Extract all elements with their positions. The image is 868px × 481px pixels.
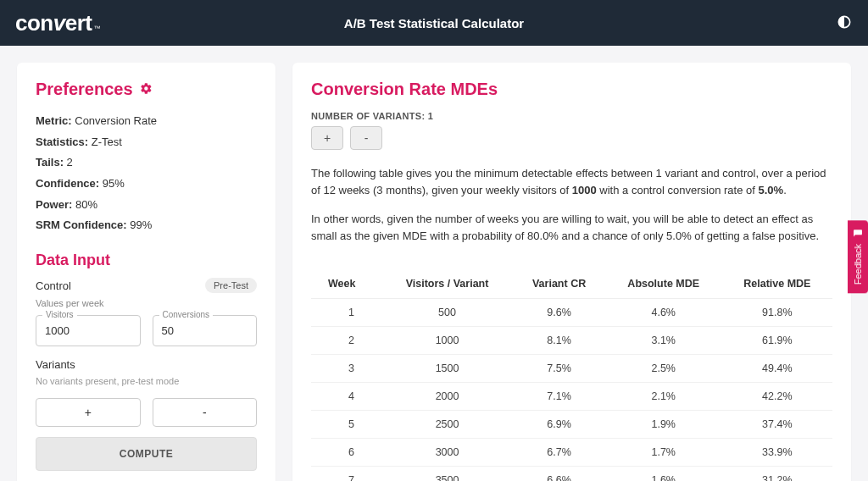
- variants-label: Variants: [36, 358, 257, 371]
- preferences-item: SRM Confidence: 99%: [36, 215, 257, 236]
- table-row: 210008.1%3.1%61.9%: [311, 326, 832, 354]
- table-cell: 2000: [381, 382, 514, 410]
- table-cell: 6.6%: [513, 466, 604, 481]
- pretest-badge: Pre-Test: [205, 278, 257, 293]
- visitors-field: Visitors: [36, 315, 141, 346]
- page-title: A/B Test Statistical Calculator: [344, 16, 524, 30]
- table-cell: 500: [381, 298, 514, 326]
- preferences-item: Tails: 2: [36, 152, 257, 174]
- remove-variant-button[interactable]: -: [153, 398, 258, 427]
- table-cell: 2500: [381, 410, 514, 438]
- mde-table: WeekVisitors / VariantVariant CRAbsolute…: [311, 269, 832, 481]
- table-row: 630006.7%1.7%33.9%: [311, 438, 832, 466]
- table-cell: 91.8%: [722, 298, 832, 326]
- preferences-title: Preferences: [36, 80, 257, 99]
- table-row: 420007.1%2.1%42.2%: [311, 382, 832, 410]
- table-row: 735006.6%1.6%31.2%: [311, 466, 832, 481]
- table-cell: 42.2%: [722, 382, 832, 410]
- compute-button[interactable]: COMPUTE: [36, 437, 257, 471]
- table-cell: 1.7%: [605, 438, 722, 466]
- table-cell: 37.4%: [722, 410, 832, 438]
- table-row: 15009.6%4.6%91.8%: [311, 298, 832, 326]
- main-title: Conversion Rate MDEs: [311, 80, 832, 99]
- table-cell: 2.1%: [605, 382, 722, 410]
- table-cell: 9.6%: [513, 298, 604, 326]
- theme-toggle-icon[interactable]: [836, 14, 853, 33]
- feedback-tab[interactable]: Feedback: [848, 220, 868, 293]
- table-header: Visitors / Variant: [381, 269, 514, 299]
- preferences-item: Metric: Conversion Rate: [36, 111, 257, 132]
- variants-empty: No variants present, pre-test mode: [36, 376, 257, 386]
- values-hint: Values per week: [36, 298, 257, 308]
- table-cell: 7.5%: [513, 354, 604, 382]
- gear-icon[interactable]: [140, 80, 153, 99]
- table-cell: 3.1%: [605, 326, 722, 354]
- logo-tm: ™: [93, 25, 100, 32]
- table-cell: 1500: [381, 354, 514, 382]
- table-cell: 7.1%: [513, 382, 604, 410]
- logo-slash: v: [53, 10, 65, 36]
- table-cell: 2.5%: [605, 354, 722, 382]
- add-variant-button[interactable]: +: [36, 398, 141, 427]
- table-header: Relative MDE: [722, 269, 832, 299]
- table-cell: 1000: [381, 326, 514, 354]
- table-cell: 31.2%: [722, 466, 832, 481]
- num-variants-label: NUMBER OF VARIANTS: 1: [311, 111, 832, 121]
- conversions-field: Conversions: [153, 315, 258, 346]
- table-cell: 4.6%: [605, 298, 722, 326]
- decrease-variants-button[interactable]: -: [350, 126, 382, 150]
- table-header: Absolute MDE: [605, 269, 722, 299]
- table-cell: 3500: [381, 466, 514, 481]
- control-label: Control: [36, 279, 71, 292]
- conversions-input[interactable]: [153, 315, 258, 346]
- table-cell: 2: [311, 326, 381, 354]
- visitors-input[interactable]: [36, 315, 141, 346]
- feedback-label: Feedback: [853, 244, 863, 285]
- preferences-card: Preferences Metric: Conversion RateStati…: [17, 63, 275, 481]
- table-cell: 3: [311, 354, 381, 382]
- visitors-label: Visitors: [42, 310, 77, 319]
- table-cell: 7: [311, 466, 381, 481]
- preferences-list: Metric: Conversion RateStatistics: Z-Tes…: [36, 111, 257, 236]
- description-1: The following table gives you the minimu…: [311, 165, 832, 199]
- feedback-icon: [853, 229, 863, 239]
- table-header: Week: [311, 269, 381, 299]
- table-cell: 33.9%: [722, 438, 832, 466]
- table-cell: 61.9%: [722, 326, 832, 354]
- table-cell: 6.9%: [513, 410, 604, 438]
- description-2: In other words, given the number of week…: [311, 211, 832, 245]
- table-cell: 1.6%: [605, 466, 722, 481]
- topbar: convert™ A/B Test Statistical Calculator: [0, 0, 868, 46]
- preferences-item: Power: 80%: [36, 195, 257, 216]
- conversions-label: Conversions: [159, 310, 214, 319]
- table-header: Variant CR: [513, 269, 604, 299]
- data-input-title: Data Input: [36, 252, 257, 269]
- table-cell: 5: [311, 410, 381, 438]
- table-cell: 1.9%: [605, 410, 722, 438]
- preferences-item: Statistics: Z-Test: [36, 132, 257, 153]
- table-cell: 4: [311, 382, 381, 410]
- table-cell: 6: [311, 438, 381, 466]
- table-cell: 1: [311, 298, 381, 326]
- logo-text-1: con: [15, 10, 53, 36]
- table-cell: 3000: [381, 438, 514, 466]
- increase-variants-button[interactable]: +: [311, 126, 343, 150]
- logo-text-2: ert: [65, 10, 92, 36]
- table-cell: 8.1%: [513, 326, 604, 354]
- table-row: 315007.5%2.5%49.4%: [311, 354, 832, 382]
- preferences-item: Confidence: 95%: [36, 174, 257, 195]
- table-row: 525006.9%1.9%37.4%: [311, 410, 832, 438]
- table-cell: 49.4%: [722, 354, 832, 382]
- table-cell: 6.7%: [513, 438, 604, 466]
- main-card: Conversion Rate MDEs NUMBER OF VARIANTS:…: [292, 63, 851, 481]
- logo[interactable]: convert™: [15, 10, 100, 36]
